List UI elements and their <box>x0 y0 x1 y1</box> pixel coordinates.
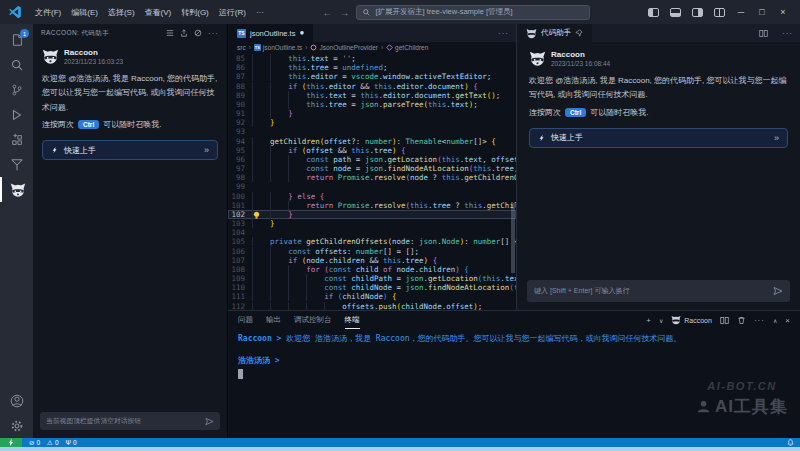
send-icon[interactable] <box>773 286 783 296</box>
raccoon-view-icon[interactable] <box>0 177 33 202</box>
settings-gear-icon[interactable] <box>0 413 33 438</box>
code-line-91[interactable]: 91 } <box>228 109 516 118</box>
code-line-111[interactable]: 111 if (childNode) { <box>228 292 516 301</box>
testing-icon[interactable] <box>0 152 33 177</box>
send-icon[interactable] <box>205 417 214 426</box>
explorer-badge: 1 <box>20 29 29 38</box>
menu-item-0[interactable]: 文件(F) <box>30 8 66 17</box>
close-button[interactable]: × <box>774 7 792 17</box>
code-line-110[interactable]: 110 const childNode = json.findNodeAtLoc… <box>228 283 516 292</box>
code-line-101[interactable]: 101 return Promise.resolve(this.tree ? t… <box>228 201 516 210</box>
terminal-profile-dropdown-icon[interactable]: ∨ <box>659 317 663 324</box>
code-line-99[interactable]: 99 <box>228 182 516 191</box>
panel-tab-1[interactable]: 输出 <box>266 311 281 329</box>
assistant-chat-input[interactable]: 键入 [Shift + Enter] 可输入换行 <box>527 280 790 302</box>
run-debug-icon[interactable] <box>0 102 33 127</box>
maximize-panel-icon[interactable]: ∧ <box>773 317 777 324</box>
code-line-94[interactable]: 94 getChildren(offset?: number): Thenabl… <box>228 137 516 146</box>
breadcrumb-class[interactable]: JsonOutlineProvider <box>310 44 378 51</box>
toggle-sidebar-icon[interactable] <box>648 8 659 17</box>
code-line-86[interactable]: 86 this.tree = undefined; <box>228 63 516 72</box>
menu-item-2[interactable]: 选择(S) <box>103 8 140 17</box>
extensions-icon[interactable] <box>0 127 33 152</box>
minimize-button[interactable]: ─ <box>732 7 750 17</box>
raccoon-terminal-icon <box>671 315 681 325</box>
more-actions-icon[interactable]: ··· <box>208 29 219 38</box>
tab-jsonoutline[interactable]: TS jsonOutline.ts ● <box>228 24 313 42</box>
code-line-88[interactable]: 88 if (this.editor && this.editor.docume… <box>228 82 516 91</box>
forward-arrow-icon[interactable]: → <box>339 7 349 18</box>
account-icon[interactable] <box>0 388 33 413</box>
toggle-secondary-sidebar-icon[interactable] <box>692 8 703 17</box>
tab-code-assistant[interactable]: 代码助手 <box>517 24 592 42</box>
code-line-104[interactable]: 104 <box>228 228 516 237</box>
code-line-106[interactable]: 106 const offsets: number[] = []; <box>228 247 516 256</box>
code-line-108[interactable]: 108 for (const child of node.children) { <box>228 265 516 274</box>
share-icon[interactable] <box>180 29 188 37</box>
split-terminal-icon[interactable] <box>720 316 729 325</box>
panel-more-actions-icon[interactable]: ··· <box>754 316 765 325</box>
explorer-icon[interactable]: 1 <box>0 27 33 52</box>
history-list-icon[interactable] <box>166 29 174 37</box>
assistant-more-actions-icon[interactable]: ··· <box>775 24 800 42</box>
code-line-102[interactable]: 102 } <box>228 210 516 219</box>
code-line-105[interactable]: 105 private getChildrenOffsets(node: jso… <box>228 237 516 246</box>
assistant-identity: Raccoon 2023/11/23 16:08:44 <box>529 50 788 67</box>
sidebar-title: RACCOON: 代码助手 <box>41 29 109 38</box>
kill-terminal-trash-icon[interactable] <box>737 316 746 325</box>
menu-item-1[interactable]: 编辑(E) <box>66 8 103 17</box>
code-line-89[interactable]: 89 this.text = this.editor.document.getT… <box>228 91 516 100</box>
code-line-109[interactable]: 109 const childPath = json.getLocation(t… <box>228 274 516 283</box>
quick-start-button[interactable]: 快速上手 » <box>42 140 218 160</box>
breadcrumb-method[interactable]: getChildren <box>386 44 428 51</box>
toggle-panel-icon[interactable] <box>670 8 681 17</box>
notifications-bell-icon[interactable] <box>787 439 800 446</box>
modified-dot-icon[interactable]: ● <box>299 29 304 37</box>
panel-tab-2[interactable]: 调试控制台 <box>294 311 332 329</box>
search-view-icon[interactable] <box>0 52 33 77</box>
panel-tab-0[interactable]: 问题 <box>238 311 253 329</box>
clear-chat-icon[interactable] <box>194 29 202 37</box>
menu-item-6[interactable]: ··· <box>251 8 269 17</box>
terminal-profile[interactable]: Raccoon <box>671 315 712 325</box>
new-terminal-icon[interactable]: + <box>646 316 651 325</box>
code-line-98[interactable]: 98 return Promise.resolve(node ? this.ge… <box>228 173 516 182</box>
code-line-103[interactable]: 103 } <box>228 219 516 228</box>
code-line-100[interactable]: 100 } else { <box>228 192 516 201</box>
code-line-85[interactable]: 85 this.text = ''; <box>228 54 516 63</box>
code-line-107[interactable]: 107 if (node.children && this.tree) { <box>228 256 516 265</box>
line-number: 98 <box>228 173 252 182</box>
code-line-97[interactable]: 97 const node = json.findNodeAtLocation(… <box>228 164 516 173</box>
code-line-93[interactable]: 93 <box>228 127 516 136</box>
quick-start-button[interactable]: 快速上手 » <box>529 128 788 148</box>
breadcrumb-src[interactable]: src <box>237 44 246 51</box>
terminal-output[interactable]: Raccoon > 欢迎您 浩浩汤汤，我是 Raccoon，您的代码助手。您可以… <box>228 329 800 383</box>
code-editor[interactable]: 85 this.text = '';86 this.tree = undefin… <box>228 53 516 310</box>
code-line-112[interactable]: 112 offsets.push(childNode.offset); <box>228 302 516 310</box>
line-number: 96 <box>228 155 252 164</box>
editor-more-actions-icon[interactable]: ··· <box>491 24 516 42</box>
code-line-95[interactable]: 95 if (offset && this.tree) { <box>228 146 516 155</box>
code-line-92[interactable]: 92 } <box>228 118 516 127</box>
menu-item-5[interactable]: 运行(R) <box>214 8 251 17</box>
workbench-main: 1 <box>0 24 800 438</box>
pin-icon[interactable] <box>575 29 583 37</box>
line-number: 110 <box>228 283 252 292</box>
back-arrow-icon[interactable]: ← <box>322 7 332 18</box>
menu-item-3[interactable]: 查看(V) <box>140 8 177 17</box>
sidebar-bottom-input[interactable]: 当前视图顶栏提供清空对话按钮 <box>40 412 220 430</box>
problems-status[interactable]: ⊘0 ⚠0 Ψ0 <box>22 438 77 447</box>
assistant-split-icon[interactable] <box>752 24 775 42</box>
code-line-96[interactable]: 96 const path = json.getLocation(this.te… <box>228 155 516 164</box>
code-line-90[interactable]: 90 this.tree = json.parseTree(this.text)… <box>228 100 516 109</box>
panel-tab-3[interactable]: 终端 <box>345 311 360 329</box>
maximize-button[interactable]: □ <box>753 7 771 17</box>
menu-item-4[interactable]: 转到(G) <box>176 8 214 17</box>
breadcrumb-file[interactable]: TSjsonOutline.ts <box>254 44 302 51</box>
source-control-icon[interactable] <box>0 77 33 102</box>
remote-indicator[interactable] <box>0 438 22 447</box>
command-center-search[interactable]: [扩展开发宿主] tree-view-sample [管理员] <box>356 5 590 20</box>
customize-layout-icon[interactable] <box>714 8 725 17</box>
code-line-87[interactable]: 87 this.editor = vscode.window.activeTex… <box>228 72 516 81</box>
close-panel-icon[interactable]: × <box>785 316 790 325</box>
